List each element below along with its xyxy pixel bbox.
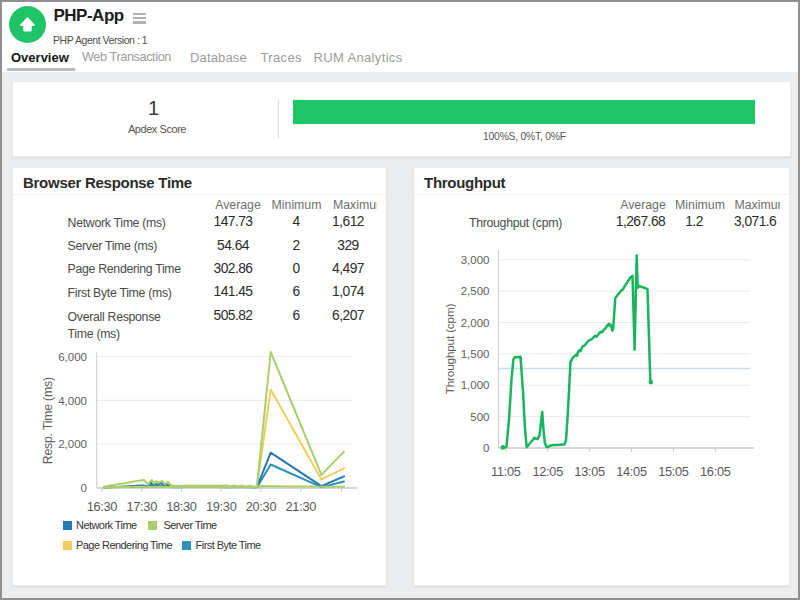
svg-text:1,500: 1,500 <box>461 348 490 360</box>
svg-text:18:30: 18:30 <box>166 499 197 514</box>
svg-text:6,000: 6,000 <box>58 351 87 363</box>
svg-text:Resp. Time (ms): Resp. Time (ms) <box>41 377 55 464</box>
svg-text:Throughput (cpm): Throughput (cpm) <box>443 303 457 394</box>
svg-text:0: 0 <box>483 442 489 454</box>
svg-text:19:30: 19:30 <box>206 499 237 514</box>
svg-text:17:30: 17:30 <box>126 499 157 514</box>
svg-text:16:05: 16:05 <box>700 464 731 479</box>
svg-text:2,500: 2,500 <box>461 285 490 297</box>
svg-text:1,000: 1,000 <box>461 379 490 391</box>
svg-text:500: 500 <box>470 411 489 423</box>
svg-text:14:05: 14:05 <box>616 464 647 479</box>
svg-text:16:30: 16:30 <box>87 499 118 514</box>
svg-text:2,000: 2,000 <box>58 438 87 450</box>
svg-text:11:05: 11:05 <box>491 464 521 479</box>
svg-text:12:05: 12:05 <box>532 464 563 479</box>
svg-text:13:05: 13:05 <box>574 464 605 479</box>
svg-text:20:30: 20:30 <box>246 499 277 514</box>
svg-text:2,000: 2,000 <box>461 317 490 329</box>
svg-text:3,000: 3,000 <box>461 254 490 266</box>
svg-text:21:30: 21:30 <box>286 499 317 514</box>
svg-text:0: 0 <box>81 482 87 494</box>
svg-text:4,000: 4,000 <box>58 395 87 407</box>
svg-text:15:05: 15:05 <box>658 464 689 479</box>
